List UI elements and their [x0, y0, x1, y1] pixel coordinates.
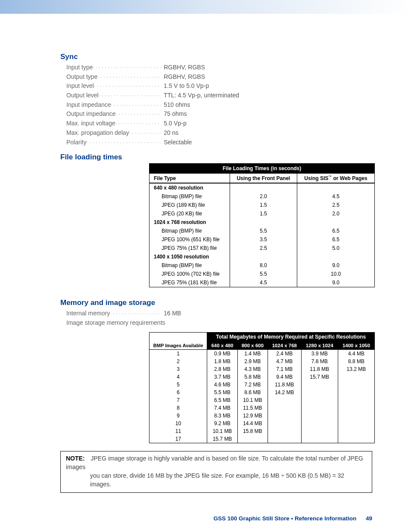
mem-spec1-label: Internal memory: [66, 309, 110, 318]
flt-val-a: 3.5: [230, 235, 297, 244]
mem-cell: [301, 404, 338, 412]
table-row: Bitmap (BMP) file5.56.5: [149, 227, 375, 235]
spec-value: RGBHV, RGBS: [164, 72, 205, 82]
flt-name: Bitmap (BMP) file: [149, 227, 230, 235]
spec-label: Input level: [66, 81, 94, 91]
mem-cell: 9.4 MB: [268, 373, 301, 381]
leader-dots: [129, 128, 161, 138]
mem-cell: 8.8 MB: [338, 358, 374, 365]
flt-group: 640 x 480 resolution: [149, 183, 230, 192]
spec-label: Output type: [66, 72, 97, 82]
mem-cell: [338, 427, 374, 435]
mem-cell: 2.4 MB: [268, 349, 301, 358]
mem-cell: 7.8 MB: [301, 358, 338, 365]
spec-value: 5.0 Vp-p: [164, 119, 187, 128]
spec-row: Output impedance75 ohms: [66, 109, 372, 119]
leader-dots: [111, 100, 161, 110]
mem-cell: [338, 412, 374, 420]
mem-cell: 6.5 MB: [207, 396, 237, 404]
mem-cell: [301, 427, 338, 435]
mem-cell: [338, 396, 374, 404]
flt-val-a: 2.5: [230, 244, 297, 252]
mem-cell: 14.2 MB: [268, 389, 301, 396]
table-row: 1715.7 MB: [149, 435, 375, 443]
mem-cell: 4.4 MB: [338, 349, 374, 358]
mem-cell: 12.9 MB: [237, 412, 268, 420]
mem-cell: 5.8 MB: [237, 373, 268, 381]
mem-col: 1400 x 1050: [338, 341, 374, 349]
mem-cell: [268, 420, 301, 427]
mem-cell: 7.2 MB: [237, 381, 268, 389]
mem-cell: [268, 396, 301, 404]
flt-name: JPEG 100% (702 KB) file: [149, 270, 230, 278]
mem-cell: [237, 435, 268, 443]
spec-value: 1.5 V to 5.0 Vp-p: [164, 81, 209, 91]
table-row: JPEG 100% (651 KB) file3.56.5: [149, 235, 375, 244]
page-top-gradient: [0, 0, 411, 14]
leader-dots: [115, 109, 161, 119]
mem-spec1-value: 16 MB: [164, 309, 181, 318]
mem-cell: 5.5 MB: [207, 389, 237, 396]
spec-row: Input typeRGBHV, RGBS: [66, 63, 372, 72]
mem-cell: 1.8 MB: [207, 358, 237, 365]
mem-cell: [338, 435, 374, 443]
mem-table-title: Total Megabytes of Memory Required at Sp…: [207, 332, 375, 341]
table-row: 87.4 MB11.5 MB: [149, 404, 375, 412]
mem-cell: 11.8 MB: [301, 365, 338, 373]
mem-cell: [338, 404, 374, 412]
spec-label: Output impedance: [66, 109, 115, 119]
flt-col-sis: Using SIS™ or Web Pages: [297, 174, 374, 184]
mem-n: 7: [149, 396, 207, 404]
flt-val-a: 8.0: [230, 261, 297, 270]
mem-cell: [301, 435, 338, 443]
table-row: JPEG (20 KB) file1.52.0: [149, 209, 375, 218]
note-line1: JPEG image storage is highly variable an…: [66, 455, 363, 470]
mem-cell: [301, 389, 338, 396]
flt-name: JPEG 75% (157 KB) file: [149, 244, 230, 252]
mem-cell: 0.9 MB: [207, 349, 237, 358]
mem-n: 2: [149, 358, 207, 365]
table-row: 1110.1 MB15.8 MB: [149, 427, 375, 435]
mem-cell: 3.9 MB: [301, 349, 338, 358]
leader-dots: [94, 81, 161, 91]
mem-n: 3: [149, 365, 207, 373]
mem-n: 9: [149, 412, 207, 420]
flt-group: 1400 x 1050 resolution: [149, 252, 230, 261]
flt-val-b: 4.5: [297, 192, 374, 201]
mem-cell: 4.3 MB: [237, 365, 268, 373]
mem-n: 5: [149, 381, 207, 389]
mem-col: 800 x 600: [237, 341, 268, 349]
leader-dots: [93, 63, 162, 72]
flt-val-a: 5.5: [230, 270, 297, 278]
mem-cell: [268, 435, 301, 443]
flt-val-b: 6.5: [297, 227, 374, 235]
flt-val-b: 10.0: [297, 270, 374, 278]
note-line2: you can store, divide 16 MB by the JPEG …: [90, 471, 367, 489]
spec-row: Output typeRGBHV, RGBS: [66, 72, 372, 82]
mem-cell: [268, 427, 301, 435]
mem-col: 1024 x 768: [268, 341, 301, 349]
spec-row: Output levelTTL: 4.5 Vp-p, unterminated: [66, 91, 372, 100]
mem-corner: BMP Images Available: [149, 332, 207, 349]
spec-value: Selectable: [164, 138, 192, 147]
mem-cell: 10.1 MB: [207, 427, 237, 435]
table-row: 10.9 MB1.4 MB2.4 MB3.9 MB4.4 MB: [149, 349, 375, 358]
spec-row: Max. propagation delay20 ns: [66, 128, 372, 138]
flt-val-b: 5.0: [297, 244, 374, 252]
flt-col-front: Using the Front Panel: [230, 174, 297, 184]
mem-cell: [268, 412, 301, 420]
mem-col: 640 x 480: [207, 341, 237, 349]
mem-cell: 7.4 MB: [207, 404, 237, 412]
leader-dots: [97, 72, 161, 82]
spec-row: Input level1.5 V to 5.0 Vp-p: [66, 81, 372, 91]
spec-value: 510 ohms: [164, 100, 190, 110]
mem-n: 6: [149, 389, 207, 396]
table-row: 43.7 MB5.8 MB9.4 MB15.7 MB: [149, 373, 375, 381]
mem-n: 8: [149, 404, 207, 412]
mem-cell: 2.8 MB: [207, 365, 237, 373]
mem-cell: 4.6 MB: [207, 381, 237, 389]
mem-cell: 11.5 MB: [237, 404, 268, 412]
spec-label: Input type: [66, 63, 93, 72]
mem-cell: [301, 381, 338, 389]
heading-sync: Sync: [60, 53, 372, 61]
